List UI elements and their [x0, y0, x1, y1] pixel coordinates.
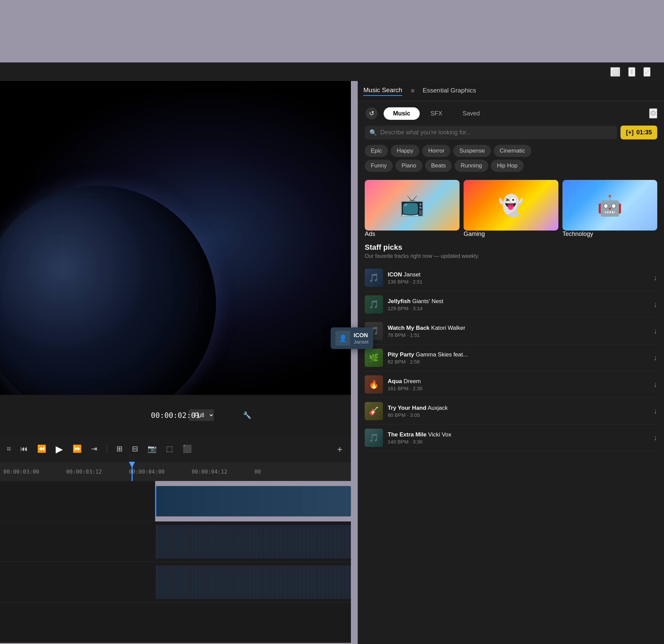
track-info-1: Jellyfish Giants' Nest 129 BPM · 3:14: [388, 298, 649, 311]
grid-button[interactable]: ⊟: [132, 444, 138, 453]
track-item-0[interactable]: 🎵 ICON Janset 136 BPM · 2:51 ↓: [365, 265, 657, 291]
tag-running[interactable]: Running: [455, 160, 488, 172]
snap-button[interactable]: ⊞: [117, 444, 123, 453]
category-technology[interactable]: Technology: [562, 180, 657, 238]
track-title-1: Jellyfish Giants' Nest: [388, 298, 649, 305]
track-title-4: Aqua Dreem: [388, 378, 649, 385]
track-thumb-1: 🎵: [365, 295, 383, 314]
track-item-3[interactable]: 🌿 Pity Party Gamma Skies feat... 82 BPM …: [365, 345, 657, 371]
hover-card-thumb: 👤: [335, 331, 350, 346]
panel-menu-icon[interactable]: ≡: [411, 87, 415, 95]
search-input-wrap: 🔍: [365, 125, 617, 139]
timeline-track-area: [155, 481, 351, 522]
video-content: [0, 81, 351, 395]
download-icon-0[interactable]: ↓: [653, 274, 657, 282]
categories-section: Ads Gaming Technology: [358, 180, 664, 243]
tags-row-2: Funny Piano Beats Running Hip Hop: [365, 160, 657, 172]
hover-card-info: ICON Janset: [354, 332, 369, 345]
track-info-4: Aqua Dreem 161 BPM · 2:35: [388, 378, 649, 391]
logo-icon: ↺: [366, 107, 377, 120]
tags-row-1: Epic Happy Horror Suspense Cinematic: [365, 145, 657, 157]
category-gaming[interactable]: Gaming: [463, 180, 558, 238]
music-tabs: Music SFX Saved: [383, 107, 644, 120]
mark-in-button[interactable]: ⌗: [7, 444, 11, 453]
track-meta-2: 78 BPM · 1:51: [388, 332, 649, 338]
download-icon-5[interactable]: ↓: [653, 407, 657, 416]
timecode-match-button[interactable]: [+] 01:35: [621, 125, 657, 139]
track-thumb-0: 🎵: [365, 269, 383, 287]
tab-sfx[interactable]: SFX: [421, 107, 452, 120]
share-button[interactable]: ⬆: [628, 67, 635, 77]
play-button[interactable]: ▶: [56, 443, 63, 455]
panel-header: ↺ Music SFX Saved ⚙: [358, 101, 664, 125]
staff-picks-title: Staff picks: [365, 243, 657, 252]
waveform-1: [155, 525, 351, 559]
track-thumb-4: 🔥: [365, 375, 383, 394]
track-item-6[interactable]: 🎵 The Extra Mile Vicki Vox 140 BPM · 3:3…: [365, 425, 657, 451]
waveform-2: [155, 565, 351, 599]
tab-music-search[interactable]: Music Search: [364, 86, 402, 96]
download-icon-4[interactable]: ↓: [653, 380, 657, 389]
track-item-4[interactable]: 🔥 Aqua Dreem 161 BPM · 2:35 ↓: [365, 371, 657, 398]
download-icon-1[interactable]: ↓: [653, 300, 657, 309]
settings-button[interactable]: ⚙: [649, 108, 657, 119]
track-hover-card: 👤 ICON Janset: [331, 327, 373, 349]
rewind-button[interactable]: ⏮: [20, 444, 28, 453]
video-clip[interactable]: [155, 486, 351, 517]
ripple-button[interactable]: ⇥: [91, 444, 97, 453]
tab-music[interactable]: Music: [383, 107, 420, 120]
tag-happy[interactable]: Happy: [391, 145, 419, 157]
tag-suspense[interactable]: Suspense: [453, 145, 491, 157]
download-icon-6[interactable]: ↓: [653, 434, 657, 442]
download-icon-3[interactable]: ↓: [653, 354, 657, 362]
tag-piano[interactable]: Piano: [395, 160, 422, 172]
tab-essential-graphics[interactable]: Essential Graphics: [423, 87, 476, 96]
tech-image: [562, 180, 657, 230]
track-info-3: Pity Party Gamma Skies feat... 82 BPM · …: [388, 351, 649, 364]
track-item-5[interactable]: 🎸 Try Your Hand Auxjack 80 BPM · 3:05 ↓: [365, 398, 657, 425]
add-track-button[interactable]: ＋: [335, 443, 344, 455]
track-item-2[interactable]: 🎵 Watch My Back Katori Walker 78 BPM · 1…: [365, 318, 657, 345]
gaming-label: Gaming: [463, 230, 558, 238]
ads-label: Ads: [365, 230, 459, 238]
tag-cinematic[interactable]: Cinematic: [494, 145, 532, 157]
hover-card-title: ICON: [354, 332, 369, 339]
track-meta-6: 140 BPM · 3:30: [388, 439, 649, 444]
ruler-mark-1: 00:00:03:12: [66, 468, 102, 475]
tag-epic[interactable]: Epic: [365, 145, 388, 157]
track-item-1[interactable]: 🎵 Jellyfish Giants' Nest 129 BPM · 3:14 …: [365, 291, 657, 318]
step-forward-button[interactable]: ⏩: [72, 444, 82, 453]
camera-button[interactable]: 📷: [147, 444, 157, 453]
tag-beats[interactable]: Beats: [425, 160, 452, 172]
category-ads[interactable]: Ads: [365, 180, 459, 238]
fullscreen-button[interactable]: ⤢: [643, 67, 650, 77]
tag-funny[interactable]: Funny: [365, 160, 393, 172]
timeline-controls: Full 🔧 00:00:02:01: [0, 395, 351, 436]
panel-toggle-button[interactable]: ⬜: [610, 67, 620, 77]
gaming-image: [463, 180, 558, 230]
download-icon-2[interactable]: ↓: [653, 327, 657, 336]
insert-button[interactable]: ⬚: [166, 444, 173, 453]
planet-visual: [0, 186, 216, 395]
panel-logo: ↺: [365, 107, 378, 120]
track-meta-0: 136 BPM · 2:51: [388, 279, 649, 284]
track-title-2: Watch My Back Katori Walker: [388, 325, 649, 331]
ruler-mark-4: 00: [254, 468, 261, 475]
video-preview: [0, 81, 351, 395]
track-title-5: Try Your Hand Auxjack: [388, 405, 649, 411]
waveform-row-3: [0, 603, 351, 643]
search-bar: 🔍 [+] 01:35: [365, 125, 657, 139]
timecode-badge-value: 01:35: [636, 129, 652, 136]
waveform-area: [0, 522, 351, 643]
overwrite-button[interactable]: ⬛: [183, 444, 192, 453]
settings-wrench-icon[interactable]: 🔧: [243, 411, 251, 419]
step-back-button[interactable]: ⏪: [37, 444, 46, 453]
tab-saved[interactable]: Saved: [453, 107, 489, 120]
search-input[interactable]: [380, 129, 613, 136]
track-thumb-3: 🌿: [365, 349, 383, 367]
ruler-mark-2: 00:00:04:00: [129, 468, 165, 475]
tag-horror[interactable]: Horror: [422, 145, 451, 157]
tech-label: Technology: [562, 230, 657, 238]
track-info-2: Watch My Back Katori Walker 78 BPM · 1:5…: [388, 325, 649, 338]
tag-hiphop[interactable]: Hip Hop: [491, 160, 524, 172]
